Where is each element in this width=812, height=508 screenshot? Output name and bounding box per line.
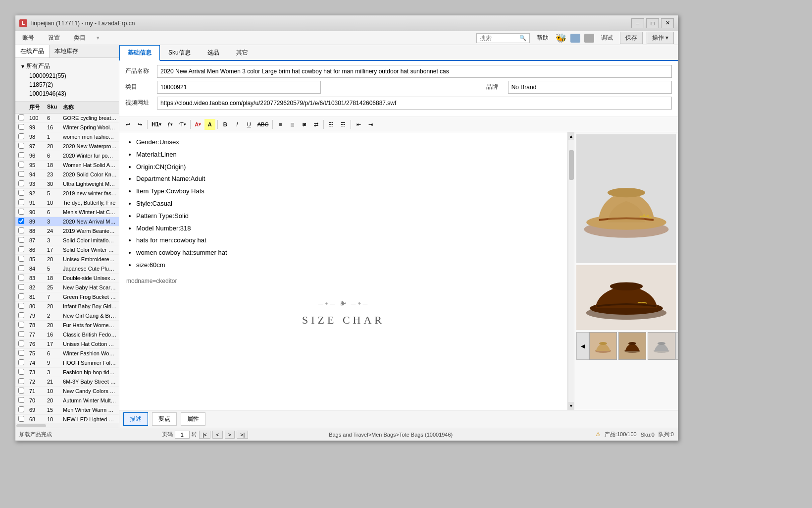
row-check[interactable] [15, 113, 27, 122]
table-row[interactable]: 88 24 2019 Warm Beanies Hat For Gi [15, 226, 119, 236]
search-box[interactable]: 🔍 [476, 33, 530, 43]
bottom-tab-points[interactable]: 要点 [152, 412, 177, 426]
editor-v-scrollbar[interactable]: ▲ ▼ [568, 132, 574, 410]
table-row[interactable]: 80 20 Infant Baby Boy Girl & Mom W [15, 302, 119, 311]
menu-account[interactable]: 账号 [19, 33, 37, 43]
row-check[interactable] [15, 170, 27, 179]
tab-basic-info[interactable]: 基础信息 [119, 45, 160, 61]
row-check[interactable] [15, 208, 27, 217]
row-check[interactable] [15, 132, 27, 141]
row-check[interactable] [15, 189, 27, 198]
row-check[interactable] [15, 226, 27, 235]
menu-debug[interactable]: 调试 [598, 33, 616, 43]
row-check[interactable] [15, 368, 27, 377]
row-check[interactable] [15, 198, 27, 207]
table-row[interactable]: 92 5 2019 new winter fashion casu [15, 189, 119, 198]
row-check[interactable] [15, 339, 27, 348]
redo-button[interactable]: ↪ [134, 119, 145, 130]
tree-node-3[interactable]: 10001946(43) [19, 89, 115, 98]
table-row[interactable]: 79 2 New Girl Gang & Bridin' Dirt [15, 311, 119, 321]
table-row[interactable]: 68 10 NEW LED Lighted Beanie Cap H [15, 415, 119, 423]
row-check[interactable] [15, 396, 27, 405]
tab-online-products[interactable]: 在线产品 [15, 45, 50, 57]
row-check[interactable] [15, 255, 27, 264]
menu-settings[interactable]: 设置 [45, 33, 63, 43]
scrollbar-thumb[interactable] [569, 150, 574, 180]
nav-first-button[interactable]: |< [199, 431, 210, 439]
row-check[interactable] [15, 179, 27, 188]
table-row[interactable]: 78 20 Fur Hats for Women Winter Re [15, 321, 119, 330]
table-row[interactable]: 99 16 Winter Spring Woolen Women H [15, 123, 119, 132]
tree-all-products[interactable]: ▾ 所有产品 [19, 61, 115, 71]
table-row[interactable]: 70 20 Autumn Winter Multicolor Car [15, 396, 119, 405]
row-check[interactable] [15, 142, 27, 151]
row-check[interactable] [15, 264, 27, 273]
row-check[interactable] [15, 217, 27, 226]
tab-local-inventory[interactable]: 本地库存 [50, 45, 83, 57]
bottom-tab-describe[interactable]: 描述 [123, 412, 148, 426]
undo-button[interactable]: ↩ [122, 119, 133, 130]
row-check[interactable] [15, 358, 27, 367]
close-button[interactable]: ✕ [661, 18, 674, 28]
tree-node-2[interactable]: 11857(2) [19, 80, 115, 89]
menu-category[interactable]: 类目 [71, 33, 89, 43]
table-row[interactable]: 100 6 GORE cycling breathable hat [15, 113, 119, 123]
scrollbar-up-arrow[interactable]: ▲ [568, 132, 574, 140]
table-row[interactable]: 82 25 New Baby Hat Scarf Suit Autu [15, 283, 119, 292]
image-prev-button[interactable]: ◀ [576, 332, 589, 360]
table-row[interactable]: 89 3 2020 New Arrival Men Women 3 [15, 217, 119, 226]
table-row[interactable]: 90 6 Men's Winter Hat Cotton Thic [15, 208, 119, 217]
row-check[interactable] [15, 283, 27, 292]
table-row[interactable]: 86 17 Solid Color Winter Warm Knit [15, 245, 119, 255]
table-row[interactable]: 72 21 6M-3Y Baby Street Dance Hip [15, 377, 119, 387]
page-input[interactable] [175, 431, 190, 439]
table-row[interactable]: 77 16 Classic British Fedora Hat M [15, 330, 119, 339]
row-check[interactable] [15, 377, 27, 386]
table-row[interactable]: 95 18 Women Hat Solid Artificial F [15, 161, 119, 170]
row-check[interactable] [15, 349, 27, 358]
image-next-button[interactable]: ▶ [675, 332, 678, 360]
product-name-input[interactable] [157, 65, 672, 78]
row-check[interactable] [15, 405, 27, 414]
table-row[interactable]: 83 18 Double-side Unisex Harajuku [15, 274, 119, 283]
h-scrollbar[interactable] [15, 423, 119, 428]
video-url-input[interactable] [157, 97, 672, 110]
text-reset-button[interactable]: rT▾ [176, 119, 188, 130]
nav-last-button[interactable]: >| [237, 431, 248, 439]
tree-node-1[interactable]: 10000921(55) [19, 71, 115, 80]
text-editor[interactable]: Gender:UnisexMaterial:LinenOrigin:CN(Ori… [119, 132, 568, 410]
row-check[interactable] [15, 245, 27, 254]
table-row[interactable]: 94 23 2020 Solid Color Knitted Bea [15, 170, 119, 179]
strikethrough-button[interactable]: ABC [255, 119, 271, 130]
menu-help[interactable]: 帮助 [534, 33, 552, 43]
row-check[interactable] [15, 123, 27, 132]
table-row[interactable]: 87 3 Solid Color Imitation Woolen [15, 236, 119, 245]
row-check[interactable] [15, 387, 27, 395]
underline-button[interactable]: U [244, 119, 254, 130]
thumb-1[interactable] [589, 332, 617, 360]
tab-other[interactable]: 其它 [228, 45, 256, 61]
brand-input[interactable] [508, 81, 672, 94]
table-row[interactable]: 97 28 2020 New Waterproof Non-Slip [15, 142, 119, 151]
table-row[interactable]: 74 9 HOOH Summer Foldable Bucket [15, 358, 119, 368]
align-left-button[interactable]: ≡ [275, 119, 286, 130]
save-button[interactable]: 保存 [620, 32, 643, 44]
table-row[interactable]: 71 10 New Candy Colors Women Beani [15, 387, 119, 396]
tab-product-select[interactable]: 选品 [199, 45, 228, 61]
table-row[interactable]: 93 30 Ultra Lightweight Men Hiking [15, 179, 119, 189]
row-check[interactable] [15, 311, 27, 320]
table-row[interactable]: 81 7 Green Frog Bucket Hat for Wo [15, 292, 119, 302]
ordered-list-button[interactable]: ☷ [326, 119, 337, 130]
table-row[interactable]: 75 6 Winter Fashion Wool Fedora H [15, 349, 119, 358]
row-check[interactable] [15, 292, 27, 301]
heading-button[interactable]: H1▾ [150, 119, 163, 130]
thumb-3[interactable] [648, 332, 675, 360]
table-row[interactable]: 84 5 Japanese Cute Plush Funny Ea [15, 264, 119, 274]
thumb-2[interactable] [618, 332, 646, 360]
search-input[interactable] [480, 35, 519, 42]
bg-color-button[interactable]: A [204, 119, 215, 130]
table-row[interactable]: 91 10 Tie dye, Butterfly, Fire [15, 198, 119, 208]
maximize-button[interactable]: □ [646, 18, 659, 28]
align-right-button[interactable]: ≢ [299, 119, 309, 130]
row-check[interactable] [15, 151, 27, 160]
